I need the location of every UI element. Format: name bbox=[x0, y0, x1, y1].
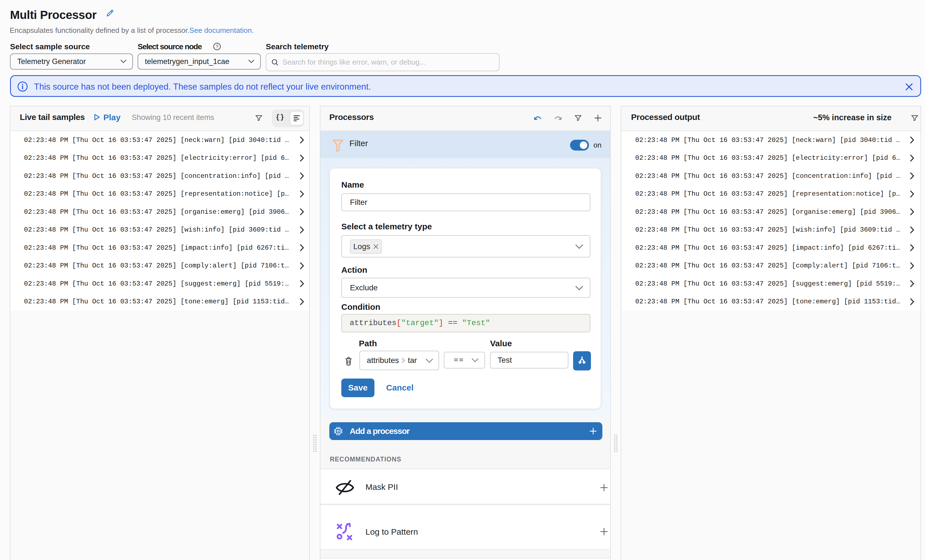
svg-text:?: ? bbox=[215, 44, 218, 49]
